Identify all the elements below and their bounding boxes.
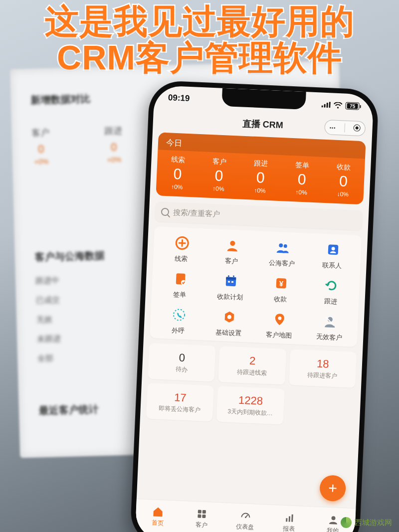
stat-4[interactable]: 收款 0 ↓0% (322, 157, 365, 205)
svg-point-6 (230, 241, 235, 246)
feature-label: 联系人 (322, 261, 342, 271)
task-value: 2 (249, 354, 255, 367)
tab-report-icon (283, 512, 296, 524)
svg-text:¥: ¥ (279, 279, 284, 288)
stat-2[interactable]: 跟进 0 ↑0% (239, 153, 282, 201)
svg-rect-0 (321, 105, 323, 107)
wifi-icon (333, 102, 343, 109)
feature-contact[interactable]: 联系人 (307, 240, 358, 271)
task-card-2[interactable]: 18 待跟进客户 (289, 349, 357, 388)
stat-value: 0 (281, 170, 323, 189)
payment-icon: ¥ (272, 275, 290, 292)
close-icon[interactable] (354, 124, 361, 133)
stat-delta: ↑0% (198, 184, 239, 193)
feature-outbound[interactable]: 外呼 (153, 305, 204, 336)
feature-grid: 线索 客户 公海客户 联系人 签单 收款计划¥ 收款 跟进 外呼 基础设置 客户… (150, 226, 362, 347)
search-input[interactable]: 搜索/查重客户 (155, 201, 363, 230)
svg-rect-2 (326, 103, 328, 108)
stat-value: 0 (322, 172, 365, 191)
contract-icon (172, 270, 189, 288)
search-icon (161, 208, 170, 216)
task-card-1[interactable]: 2 待跟进线索 (218, 346, 286, 385)
battery-icon: 75 (345, 102, 360, 110)
feature-customer[interactable]: 客户 (206, 236, 257, 267)
tab-dashboard-icon (239, 510, 252, 522)
feature-public-pool[interactable]: 公海客户 (256, 238, 308, 269)
task-label: 待跟进线索 (237, 367, 267, 377)
search-placeholder: 搜索/查重客户 (173, 207, 220, 219)
miniprogram-capsule[interactable]: ··· (324, 120, 366, 137)
feature-followup[interactable]: 跟进 (305, 276, 357, 307)
svg-point-7 (279, 243, 283, 247)
settings-icon (220, 308, 238, 326)
stat-label: 客户 (199, 157, 240, 168)
svg-rect-17 (227, 281, 229, 283)
watermark: 西城游戏网 (341, 517, 392, 528)
stat-label: 跟进 (240, 158, 282, 169)
task-card-4[interactable]: 1228 3天内到期收款… (216, 386, 284, 425)
watermark-logo-icon (341, 517, 352, 528)
stat-1[interactable]: 客户 0 ↑0% (198, 152, 241, 199)
add-button[interactable]: + (319, 475, 346, 502)
customer-icon (223, 236, 241, 254)
feature-label: 收款 (274, 295, 287, 304)
tab-me-icon (327, 514, 340, 526)
desktop-col-num: 0 (105, 141, 123, 154)
stat-label: 收款 (323, 162, 365, 173)
feature-label: 无效客户 (316, 332, 342, 342)
feature-leads[interactable]: 线索 (156, 233, 207, 264)
status-time: 09:19 (168, 93, 190, 104)
svg-rect-14 (226, 277, 236, 280)
stat-value: 0 (157, 165, 199, 183)
menu-icon[interactable]: ··· (329, 123, 336, 132)
tab-report[interactable]: 报表 (267, 505, 312, 532)
task-value: 1228 (238, 393, 263, 407)
stat-value: 0 (198, 167, 240, 185)
tab-home-icon (152, 506, 164, 518)
svg-rect-29 (198, 514, 201, 518)
feature-label: 基础设置 (215, 328, 242, 338)
leads-icon (173, 234, 191, 252)
stat-delta: ↑0% (156, 182, 198, 191)
stat-3[interactable]: 签单 0 ↑0% (280, 155, 324, 203)
tab-home[interactable]: 首页 (135, 499, 181, 532)
task-label: 待跟进客户 (307, 370, 338, 380)
separator (344, 124, 345, 133)
overlay-title: 这是我见过最好用的 CRM客户管理软件 (0, 3, 399, 76)
task-cards: 0 待办2 待跟进线索18 待跟进客户17 即将丢公海客户1228 3天内到期收… (146, 343, 357, 428)
feature-settings[interactable]: 基础设置 (203, 308, 254, 339)
feature-label: 签单 (173, 290, 187, 300)
stat-label: 线索 (157, 155, 199, 166)
today-stats-panel[interactable]: 今日 线索 0 ↑0%客户 0 ↑0%跟进 0 ↑0%签单 0 ↑0%收款 0 (156, 132, 366, 204)
public-pool-icon (274, 239, 291, 256)
feature-map[interactable]: 客户地图 (253, 310, 305, 341)
task-label: 3天内到期收款… (227, 407, 273, 417)
stat-0[interactable]: 线索 0 ↑0% (156, 150, 199, 197)
feature-payment[interactable]: ¥ 收款 (255, 274, 306, 305)
stat-label: 签单 (282, 160, 324, 171)
svg-rect-1 (324, 104, 325, 108)
tab-customer[interactable]: 客户 (179, 501, 224, 532)
svg-rect-33 (286, 518, 287, 522)
task-card-0[interactable]: 0 待办 (148, 343, 215, 382)
task-card-3[interactable]: 17 即将丢公海客户 (146, 383, 214, 422)
svg-rect-3 (329, 102, 331, 108)
svg-point-8 (283, 244, 287, 248)
tab-label: 仪表盘 (236, 523, 254, 532)
svg-rect-30 (202, 515, 205, 518)
outbound-icon (170, 306, 188, 324)
svg-rect-27 (198, 510, 201, 513)
svg-point-16 (232, 276, 234, 277)
tab-dashboard[interactable]: 仪表盘 (223, 503, 268, 532)
phone-frame: 09:19 75 直播 CRM ··· (130, 80, 379, 532)
feature-contract[interactable]: 签单 (154, 269, 205, 300)
svg-point-36 (331, 516, 335, 520)
feature-label: 客户 (225, 256, 238, 266)
desktop-col-pct: +0% (32, 158, 50, 166)
feature-payment-plan[interactable]: 收款计划 (204, 272, 256, 303)
tab-label: 客户 (195, 521, 207, 530)
app-title: 直播 CRM (242, 118, 283, 132)
phone-notch (221, 88, 306, 110)
feature-invalid[interactable]: 无效客户 (304, 312, 355, 343)
phone-screen: 09:19 75 直播 CRM ··· (135, 85, 374, 532)
